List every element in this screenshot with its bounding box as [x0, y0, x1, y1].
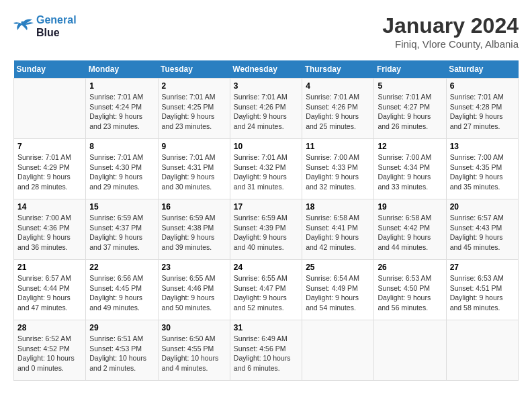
- day-number: 16: [162, 202, 226, 212]
- calendar-cell: [446, 320, 518, 381]
- day-info: Sunrise: 7:01 AMSunset: 4:30 PMDaylight:…: [89, 152, 154, 192]
- calendar-cell: 7Sunrise: 7:01 AMSunset: 4:29 PMDaylight…: [14, 139, 86, 199]
- day-number: 22: [89, 263, 154, 272]
- calendar-header-row: Sunday Monday Tuesday Wednesday Thursday…: [14, 60, 519, 79]
- day-number: 28: [17, 323, 82, 332]
- day-info: Sunrise: 6:59 AMSunset: 4:39 PMDaylight:…: [234, 213, 298, 253]
- day-info: Sunrise: 7:01 AMSunset: 4:28 PMDaylight:…: [450, 92, 515, 132]
- day-number: 2: [162, 81, 226, 91]
- day-info: Sunrise: 6:49 AMSunset: 4:56 PMDaylight:…: [234, 334, 298, 373]
- day-number: 19: [378, 202, 442, 212]
- calendar-cell: 20Sunrise: 6:57 AMSunset: 4:43 PMDayligh…: [446, 199, 518, 260]
- day-number: 12: [378, 142, 442, 151]
- calendar-cell: [302, 320, 374, 381]
- day-info: Sunrise: 7:01 AMSunset: 4:32 PMDaylight:…: [234, 152, 298, 192]
- day-number: 6: [450, 81, 515, 91]
- calendar-row: 14Sunrise: 7:00 AMSunset: 4:36 PMDayligh…: [14, 199, 519, 260]
- calendar-cell: 31Sunrise: 6:49 AMSunset: 4:56 PMDayligh…: [230, 320, 302, 381]
- day-number: 24: [234, 263, 298, 272]
- day-info: Sunrise: 7:01 AMSunset: 4:25 PMDaylight:…: [162, 92, 226, 132]
- day-info: Sunrise: 7:00 AMSunset: 4:33 PMDaylight:…: [306, 152, 370, 192]
- day-number: 17: [234, 202, 298, 212]
- day-number: 27: [450, 263, 515, 272]
- calendar-cell: 12Sunrise: 7:00 AMSunset: 4:34 PMDayligh…: [374, 139, 446, 199]
- day-info: Sunrise: 6:53 AMSunset: 4:50 PMDaylight:…: [378, 273, 442, 313]
- col-wednesday: Wednesday: [230, 60, 302, 79]
- day-number: 31: [234, 323, 298, 332]
- calendar-cell: 28Sunrise: 6:52 AMSunset: 4:52 PMDayligh…: [14, 320, 86, 381]
- calendar-cell: 14Sunrise: 7:00 AMSunset: 4:36 PMDayligh…: [14, 199, 86, 260]
- day-number: 15: [89, 202, 154, 212]
- day-number: 8: [89, 142, 154, 151]
- calendar-cell: 30Sunrise: 6:50 AMSunset: 4:55 PMDayligh…: [158, 320, 230, 381]
- calendar-cell: 21Sunrise: 6:57 AMSunset: 4:44 PMDayligh…: [14, 260, 86, 320]
- col-thursday: Thursday: [302, 60, 374, 79]
- day-number: 1: [89, 81, 154, 91]
- day-number: 7: [17, 142, 82, 151]
- day-info: Sunrise: 7:00 AMSunset: 4:35 PMDaylight:…: [450, 152, 515, 192]
- day-number: 10: [234, 142, 298, 151]
- day-number: 4: [306, 81, 370, 91]
- day-number: 3: [234, 81, 298, 91]
- col-friday: Friday: [374, 60, 446, 79]
- day-number: 21: [17, 263, 82, 272]
- day-number: 14: [17, 202, 82, 212]
- calendar-cell: 27Sunrise: 6:53 AMSunset: 4:51 PMDayligh…: [446, 260, 518, 320]
- page-header: General Blue January 2024 Finiq, Vlore C…: [13, 13, 519, 50]
- calendar-cell: 22Sunrise: 6:56 AMSunset: 4:45 PMDayligh…: [86, 260, 158, 320]
- day-info: Sunrise: 6:56 AMSunset: 4:45 PMDaylight:…: [89, 273, 154, 313]
- calendar-cell: 23Sunrise: 6:55 AMSunset: 4:46 PMDayligh…: [158, 260, 230, 320]
- day-number: 30: [162, 323, 226, 332]
- calendar-cell: 6Sunrise: 7:01 AMSunset: 4:28 PMDaylight…: [446, 79, 518, 139]
- day-number: 5: [378, 81, 442, 91]
- day-info: Sunrise: 6:52 AMSunset: 4:52 PMDaylight:…: [17, 334, 82, 373]
- day-info: Sunrise: 6:59 AMSunset: 4:38 PMDaylight:…: [162, 213, 226, 253]
- calendar-cell: 13Sunrise: 7:00 AMSunset: 4:35 PMDayligh…: [446, 139, 518, 199]
- calendar-cell: 15Sunrise: 6:59 AMSunset: 4:37 PMDayligh…: [86, 199, 158, 260]
- calendar-row: 1Sunrise: 7:01 AMSunset: 4:24 PMDaylight…: [14, 79, 519, 139]
- day-info: Sunrise: 6:58 AMSunset: 4:42 PMDaylight:…: [378, 213, 442, 253]
- day-number: 13: [450, 142, 515, 151]
- logo: General Blue: [13, 13, 77, 39]
- title-block: January 2024 Finiq, Vlore County, Albani…: [382, 13, 519, 50]
- calendar-cell: 19Sunrise: 6:58 AMSunset: 4:42 PMDayligh…: [374, 199, 446, 260]
- day-info: Sunrise: 6:58 AMSunset: 4:41 PMDaylight:…: [306, 213, 370, 253]
- calendar-cell: 29Sunrise: 6:51 AMSunset: 4:53 PMDayligh…: [86, 320, 158, 381]
- calendar-cell: 2Sunrise: 7:01 AMSunset: 4:25 PMDaylight…: [158, 79, 230, 139]
- day-info: Sunrise: 6:57 AMSunset: 4:44 PMDaylight:…: [17, 273, 82, 313]
- col-monday: Monday: [86, 60, 158, 79]
- calendar-cell: 4Sunrise: 7:01 AMSunset: 4:26 PMDaylight…: [302, 79, 374, 139]
- day-number: 26: [378, 263, 442, 272]
- calendar-cell: 25Sunrise: 6:54 AMSunset: 4:49 PMDayligh…: [302, 260, 374, 320]
- location: Finiq, Vlore County, Albania: [382, 38, 519, 50]
- calendar-cell: 1Sunrise: 7:01 AMSunset: 4:24 PMDaylight…: [86, 79, 158, 139]
- calendar-row: 28Sunrise: 6:52 AMSunset: 4:52 PMDayligh…: [14, 320, 519, 381]
- calendar-cell: 11Sunrise: 7:00 AMSunset: 4:33 PMDayligh…: [302, 139, 374, 199]
- day-info: Sunrise: 6:57 AMSunset: 4:43 PMDaylight:…: [450, 213, 515, 253]
- day-number: 18: [306, 202, 370, 212]
- day-info: Sunrise: 7:01 AMSunset: 4:26 PMDaylight:…: [306, 92, 370, 132]
- col-tuesday: Tuesday: [158, 60, 230, 79]
- calendar-cell: 17Sunrise: 6:59 AMSunset: 4:39 PMDayligh…: [230, 199, 302, 260]
- calendar-cell: 5Sunrise: 7:01 AMSunset: 4:27 PMDaylight…: [374, 79, 446, 139]
- calendar-table: Sunday Monday Tuesday Wednesday Thursday…: [13, 60, 519, 381]
- col-saturday: Saturday: [446, 60, 518, 79]
- calendar-cell: 18Sunrise: 6:58 AMSunset: 4:41 PMDayligh…: [302, 199, 374, 260]
- day-info: Sunrise: 7:01 AMSunset: 4:31 PMDaylight:…: [162, 152, 226, 192]
- month-title: January 2024: [382, 13, 519, 38]
- calendar-cell: 10Sunrise: 7:01 AMSunset: 4:32 PMDayligh…: [230, 139, 302, 199]
- day-number: 23: [162, 263, 226, 272]
- day-number: 20: [450, 202, 515, 212]
- day-info: Sunrise: 6:50 AMSunset: 4:55 PMDaylight:…: [162, 334, 226, 373]
- day-info: Sunrise: 7:01 AMSunset: 4:24 PMDaylight:…: [89, 92, 154, 132]
- day-number: 11: [306, 142, 370, 151]
- day-info: Sunrise: 7:00 AMSunset: 4:36 PMDaylight:…: [17, 213, 82, 253]
- day-info: Sunrise: 7:01 AMSunset: 4:26 PMDaylight:…: [234, 92, 298, 132]
- col-sunday: Sunday: [14, 60, 86, 79]
- logo-icon: [13, 18, 34, 34]
- calendar-cell: 24Sunrise: 6:55 AMSunset: 4:47 PMDayligh…: [230, 260, 302, 320]
- calendar-cell: [14, 79, 86, 139]
- day-info: Sunrise: 6:51 AMSunset: 4:53 PMDaylight:…: [89, 334, 154, 373]
- logo-text: General Blue: [36, 13, 77, 39]
- day-info: Sunrise: 6:59 AMSunset: 4:37 PMDaylight:…: [89, 213, 154, 253]
